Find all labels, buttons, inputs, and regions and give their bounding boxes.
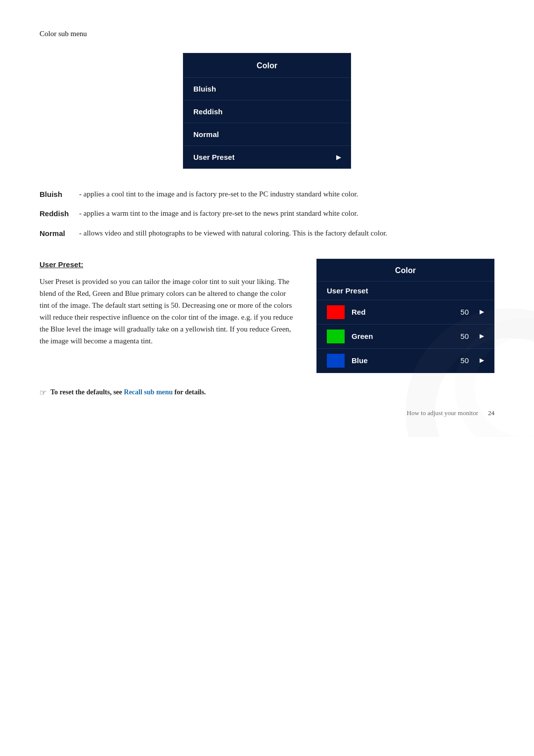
red-swatch (327, 305, 345, 319)
menu-item-normal-label: Normal (193, 130, 219, 139)
description-list: Bluish - applies a cool tint to the imag… (40, 189, 494, 239)
blue-channel-arrow-icon: ▶ (480, 357, 484, 364)
color-channel-blue[interactable]: Blue 50 ▶ (317, 348, 494, 373)
red-channel-arrow-icon: ▶ (480, 308, 484, 316)
color-menu-2-subheading: User Preset (317, 281, 494, 300)
footer-text: How to adjust your monitor (407, 409, 478, 417)
red-channel-label: Red (352, 308, 453, 316)
green-channel-label: Green (352, 332, 453, 340)
user-preset-section: User Preset: User Preset is provided so … (40, 259, 494, 373)
color-menu-box-1: Color Bluish Reddish Normal User Preset … (183, 53, 351, 169)
desc-def-bluish: - applies a cool tint to the image and i… (79, 189, 358, 200)
note-line: ☞ To reset the defaults, see Recall sub … (40, 388, 494, 397)
desc-bluish: Bluish - applies a cool tint to the imag… (40, 189, 494, 200)
recall-link[interactable]: Recall sub menu (124, 388, 173, 396)
user-preset-text-block: User Preset: User Preset is provided so … (40, 259, 297, 373)
color-channel-red[interactable]: Red 50 ▶ (317, 300, 494, 324)
user-preset-body: User Preset is provided so you can tailo… (40, 276, 297, 347)
desc-term-bluish: Bluish (40, 189, 79, 200)
desc-def-normal: - allows video and still photographs to … (79, 228, 387, 239)
green-channel-value: 50 (460, 332, 469, 340)
desc-term-reddish: Reddish (40, 208, 79, 219)
user-preset-arrow-icon: ▶ (336, 154, 341, 161)
page-number: 24 (488, 409, 494, 417)
note-bold: To reset the defaults, see (50, 388, 124, 396)
green-swatch (327, 330, 345, 343)
note-bold-after: for details. (175, 388, 206, 396)
desc-def-reddish: - applies a warm tint to the image and i… (79, 208, 358, 219)
desc-normal: Normal - allows video and still photogra… (40, 228, 494, 239)
menu-item-user-preset-label: User Preset (193, 153, 234, 161)
section-heading: Color sub menu (40, 30, 494, 38)
blue-swatch (327, 354, 345, 368)
red-channel-value: 50 (460, 308, 469, 316)
green-channel-arrow-icon: ▶ (480, 332, 484, 340)
note-text: To reset the defaults, see Recall sub me… (50, 388, 206, 396)
page-container: Color sub menu Color Bluish Reddish Norm… (0, 0, 534, 437)
color-menu-2-title: Color (317, 259, 494, 281)
desc-reddish: Reddish - applies a warm tint to the ima… (40, 208, 494, 219)
blue-channel-value: 50 (460, 356, 469, 365)
blue-channel-label: Blue (352, 356, 453, 365)
color-menu-box-2: Color User Preset Red 50 ▶ Green 50 ▶ (316, 259, 494, 373)
menu-item-reddish[interactable]: Reddish (183, 100, 351, 123)
menu-item-bluish-label: Bluish (193, 85, 216, 93)
menu-item-bluish[interactable]: Bluish (183, 77, 351, 100)
menu-item-user-preset[interactable]: User Preset ▶ (183, 145, 351, 168)
user-preset-color-box: Color User Preset Red 50 ▶ Green 50 ▶ (316, 259, 494, 373)
menu-item-normal[interactable]: Normal (183, 123, 351, 145)
note-icon: ☞ (40, 388, 46, 397)
user-preset-heading: User Preset: (40, 259, 297, 271)
desc-term-normal: Normal (40, 228, 79, 239)
color-menu-1-title: Color (183, 53, 351, 77)
page-footer: How to adjust your monitor 24 (407, 409, 494, 417)
menu-item-reddish-label: Reddish (193, 107, 222, 116)
color-channel-green[interactable]: Green 50 ▶ (317, 324, 494, 348)
